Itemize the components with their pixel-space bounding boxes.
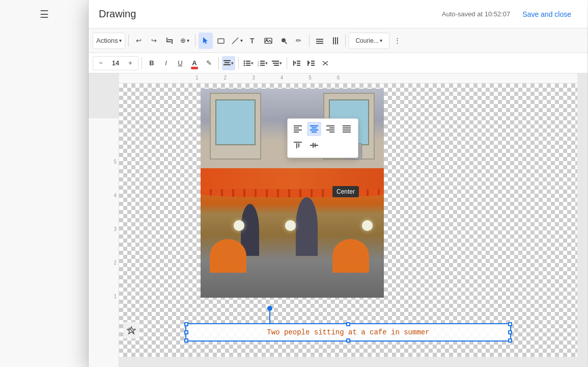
align-button[interactable]: ▾: [222, 56, 235, 70]
indent-decrease-button[interactable]: [290, 56, 303, 70]
drawing-title: Drawing: [99, 8, 136, 20]
numbered-list-button[interactable]: 1.2.3. ▾: [256, 56, 269, 70]
text-sep-4: [287, 57, 287, 69]
align-center-button[interactable]: [307, 122, 321, 136]
highlight-button[interactable]: ✎: [202, 56, 215, 70]
svg-rect-26: [246, 63, 250, 64]
line-tool-button[interactable]: ▾: [229, 33, 245, 49]
left-sidebar: ☰: [0, 0, 89, 367]
handle-bl[interactable]: [184, 338, 188, 343]
shape-select-button[interactable]: [214, 33, 228, 49]
svg-rect-51: [294, 129, 302, 130]
image-tool-button[interactable]: [261, 33, 275, 49]
more-options-button[interactable]: ⋮: [390, 33, 405, 49]
handle-tr[interactable]: [508, 322, 512, 326]
text-tool-button[interactable]: T: [246, 33, 260, 49]
redo-button[interactable]: ↪: [147, 33, 161, 49]
align-justify-button[interactable]: [340, 122, 354, 136]
text-sep-3: [238, 57, 239, 69]
align-row-1: [291, 122, 355, 136]
svg-rect-50: [294, 127, 299, 128]
svg-rect-49: [294, 125, 302, 126]
text-toolbar: − 14 + B I U A ✎ ▾ ▾ 1.2.3. ▾ ▾: [89, 53, 587, 73]
svg-rect-63: [343, 129, 351, 130]
handle-br[interactable]: [508, 338, 512, 343]
drawing-dialog: Drawing Auto-saved at 10:52:07 Save and …: [89, 0, 587, 367]
auto-saved-text: Auto-saved at 10:52:07: [442, 10, 510, 18]
svg-rect-69: [313, 143, 314, 148]
svg-rect-32: [260, 63, 265, 64]
font-color-button[interactable]: A: [188, 56, 201, 70]
select-arrow-button[interactable]: [199, 33, 213, 49]
svg-rect-68: [310, 145, 318, 146]
svg-rect-15: [316, 41, 323, 42]
svg-point-23: [244, 60, 245, 62]
svg-rect-35: [272, 61, 279, 62]
icon-tool[interactable]: [123, 322, 139, 338]
text-sep-2: [218, 57, 219, 69]
undo-button[interactable]: ↩: [132, 33, 146, 49]
handle-mr[interactable]: [508, 330, 512, 334]
hamburger-icon[interactable]: ☰: [34, 4, 54, 24]
svg-rect-19: [337, 37, 338, 44]
align-left-button[interactable]: [291, 122, 305, 136]
pen-tool-button[interactable]: ✏: [292, 33, 306, 49]
svg-rect-36: [273, 63, 279, 64]
crop-button[interactable]: [162, 33, 177, 49]
svg-rect-53: [310, 125, 318, 126]
text-box[interactable]: Two people sitting at a cafe in summer: [185, 323, 511, 342]
bold-button[interactable]: B: [145, 56, 158, 70]
align-right-button[interactable]: [323, 122, 338, 136]
font-name-button[interactable]: Courie... ▾: [349, 33, 389, 49]
align-h-button[interactable]: [313, 33, 327, 49]
clear-format-button[interactable]: [319, 56, 332, 70]
svg-rect-5: [166, 41, 171, 42]
svg-rect-16: [316, 43, 323, 44]
text-box-container[interactable]: Two people sitting at a cafe in summer: [185, 323, 511, 342]
bullet-list-button[interactable]: ▾: [242, 56, 255, 70]
svg-point-27: [244, 64, 245, 66]
svg-rect-62: [343, 127, 351, 128]
actions-button[interactable]: Actions ▾: [93, 33, 125, 49]
left-ruler: 5 4 3 2 1: [89, 118, 119, 367]
drawing-toolbar: Actions ▾ ↩ ↪ ⊕▾ ▾ T ✏: [89, 29, 587, 53]
svg-rect-22: [223, 64, 231, 65]
svg-rect-41: [293, 61, 294, 66]
svg-rect-7: [172, 39, 173, 44]
font-size-display: 14: [108, 59, 123, 67]
toolbar-sep-4: [345, 35, 346, 47]
handle-tm[interactable]: [346, 322, 350, 326]
indent-increase-button[interactable]: [304, 56, 318, 70]
handle-ml[interactable]: [184, 330, 188, 334]
svg-rect-66: [296, 143, 297, 148]
connector-dot: [267, 306, 272, 311]
valign-top-button[interactable]: [291, 138, 305, 152]
svg-rect-18: [335, 37, 336, 44]
svg-rect-58: [329, 127, 334, 128]
valign-center-button[interactable]: [307, 138, 321, 152]
svg-rect-37: [274, 65, 279, 66]
save-close-button[interactable]: Save and close: [516, 7, 577, 21]
font-size-increase-button[interactable]: +: [124, 56, 137, 70]
toolbar-sep-1: [128, 35, 129, 47]
svg-rect-54: [312, 127, 317, 128]
svg-rect-55: [310, 129, 318, 130]
svg-rect-30: [260, 61, 265, 62]
underline-button[interactable]: U: [174, 56, 187, 70]
font-size-decrease-button[interactable]: −: [94, 56, 107, 70]
fill-tool-button[interactable]: [276, 33, 291, 49]
align-v-button[interactable]: [328, 33, 342, 49]
italic-button[interactable]: I: [159, 56, 173, 70]
svg-rect-14: [316, 39, 323, 40]
drawing-canvas[interactable]: 5 4 3 2 1 123456: [89, 73, 587, 367]
svg-rect-20: [223, 60, 231, 61]
toolbar-sep-3: [309, 35, 310, 47]
svg-rect-39: [297, 63, 300, 64]
toolbar-sep-2: [195, 35, 195, 47]
svg-rect-44: [311, 65, 315, 66]
handle-tl[interactable]: [184, 322, 188, 326]
handle-bm[interactable]: [346, 338, 350, 343]
svg-rect-21: [225, 62, 230, 63]
outline-list-button[interactable]: ▾: [270, 56, 284, 70]
zoom-button[interactable]: ⊕▾: [178, 33, 192, 49]
